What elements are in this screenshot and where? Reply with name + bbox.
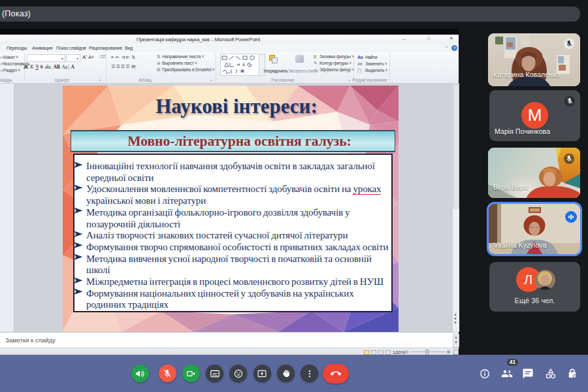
svg-text:CC: CC <box>212 372 218 376</box>
